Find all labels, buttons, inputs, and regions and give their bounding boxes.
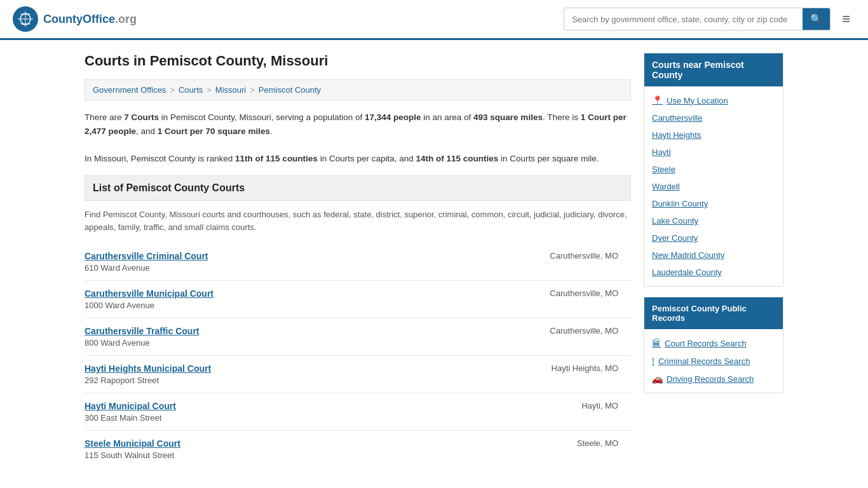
nearby-link[interactable]: Hayti Heights <box>644 126 783 144</box>
court-item: Steele Municipal Court 115 South Walnut … <box>85 431 631 468</box>
public-records-icon: 🚗 <box>652 374 663 384</box>
nearby-courts-body: 📍 Use My Location CaruthersvilleHayti He… <box>644 86 783 286</box>
nearby-link[interactable]: Wardell <box>644 178 783 195</box>
search-bar-container: 🔍 <box>564 8 831 30</box>
court-row: Caruthersville Criminal Court 610 Ward A… <box>85 251 631 273</box>
court-city: Hayti, MO <box>581 401 631 410</box>
nearby-link-label: Wardell <box>652 182 680 191</box>
court-address: 292 Rapoport Street <box>85 376 552 385</box>
nearby-links-list: CaruthersvilleHayti HeightsHaytiSteeleWa… <box>644 109 783 281</box>
court-address: 1000 Ward Avenue <box>85 301 550 310</box>
use-my-location-label: Use My Location <box>667 96 728 105</box>
public-records-title: Pemiscot County Public Records <box>644 297 783 329</box>
breadcrumb-sep-1: > <box>170 85 175 95</box>
public-records-link[interactable]: 🏛 Court Records Search <box>644 334 783 352</box>
per-mile: 1 Court per 70 square miles <box>158 126 270 136</box>
court-item: Hayti Heights Municipal Court 292 Rapopo… <box>85 356 631 393</box>
courts-count: 7 Courts <box>124 112 159 122</box>
area: 493 square miles <box>473 112 543 122</box>
court-name[interactable]: Caruthersville Criminal Court <box>85 251 550 261</box>
court-name[interactable]: Hayti Heights Municipal Court <box>85 363 552 374</box>
menu-button[interactable]: ≡ <box>837 8 855 30</box>
nearby-link[interactable]: Steele <box>644 161 783 178</box>
court-city: Hayti Heights, MO <box>552 363 631 373</box>
breadcrumb-government-offices[interactable]: Government Offices <box>93 85 166 95</box>
main-container: Courts in Pemiscot County, Missouri Gove… <box>72 40 796 480</box>
logo-org: .org <box>115 13 137 25</box>
breadcrumb-courts[interactable]: Courts <box>179 85 203 95</box>
nearby-link-label: Lauderdale County <box>652 268 722 277</box>
public-records-link[interactable]: ! Criminal Records Search <box>644 352 783 370</box>
court-address: 610 Ward Avenue <box>85 263 550 273</box>
court-city: Caruthersville, MO <box>550 251 631 261</box>
court-name[interactable]: Hayti Municipal Court <box>85 401 581 411</box>
use-my-location-link[interactable]: 📍 Use My Location <box>644 92 783 109</box>
court-name[interactable]: Caruthersville Traffic Court <box>85 326 550 336</box>
court-row: Steele Municipal Court 115 South Walnut … <box>85 438 631 460</box>
public-records-link-label: Court Records Search <box>665 339 747 348</box>
breadcrumb-sep-3: > <box>250 85 255 95</box>
population: 17,344 people <box>365 112 421 122</box>
nearby-link[interactable]: Hayti <box>644 144 783 161</box>
court-info: Steele Municipal Court 115 South Walnut … <box>85 438 577 460</box>
court-item: Caruthersville Traffic Court 800 Ward Av… <box>85 318 631 356</box>
description-block: There are 7 Courts in Pemiscot County, M… <box>85 111 631 165</box>
list-sub-description: Find Pemiscot County, Missouri courts an… <box>85 208 631 233</box>
nearby-link[interactable]: Lauderdale County <box>644 264 783 281</box>
court-item: Caruthersville Criminal Court 610 Ward A… <box>85 243 631 281</box>
court-info: Caruthersville Traffic Court 800 Ward Av… <box>85 326 550 348</box>
court-info: Caruthersville Municipal Court 1000 Ward… <box>85 288 550 310</box>
logo-county: CountyOffice <box>43 13 115 25</box>
nearby-courts-section: Courts near Pemiscot County 📍 Use My Loc… <box>644 53 783 287</box>
public-records-icon: 🏛 <box>652 338 661 348</box>
court-address: 300 East Main Street <box>85 413 581 423</box>
content-area: Courts in Pemiscot County, Missouri Gove… <box>85 53 631 468</box>
nearby-link-label: Dunklin County <box>652 199 708 208</box>
page-title: Courts in Pemiscot County, Missouri <box>85 53 631 69</box>
nearby-courts-title: Courts near Pemiscot County <box>644 53 783 86</box>
court-list: Caruthersville Criminal Court 610 Ward A… <box>85 243 631 468</box>
search-button[interactable]: 🔍 <box>803 8 830 30</box>
nearby-link-label: Hayti <box>652 147 671 157</box>
court-info: Hayti Municipal Court 300 East Main Stre… <box>85 401 581 423</box>
logo-text: CountyOffice.org <box>43 13 137 26</box>
court-name[interactable]: Caruthersville Municipal Court <box>85 288 550 299</box>
court-row: Caruthersville Traffic Court 800 Ward Av… <box>85 326 631 348</box>
court-address: 800 Ward Avenue <box>85 338 550 348</box>
nearby-link[interactable]: Dyer County <box>644 229 783 247</box>
nearby-link[interactable]: Dunklin County <box>644 195 783 212</box>
list-section-heading: List of Pemiscot County Courts <box>85 175 631 201</box>
public-records-link-label: Driving Records Search <box>667 374 754 384</box>
nearby-link-label: New Madrid County <box>652 250 724 260</box>
logo-icon <box>13 6 38 32</box>
nearby-link-label: Hayti Heights <box>652 130 701 140</box>
court-city: Steele, MO <box>577 438 631 448</box>
public-records-section: Pemiscot County Public Records 🏛 Court R… <box>644 297 783 393</box>
nearby-link-label: Steele <box>652 165 675 174</box>
breadcrumb-pemiscot[interactable]: Pemiscot County <box>259 85 321 95</box>
nearby-link[interactable]: Lake County <box>644 212 783 229</box>
logo-area: CountyOffice.org <box>13 6 137 32</box>
court-info: Caruthersville Criminal Court 610 Ward A… <box>85 251 550 273</box>
public-records-link[interactable]: 🚗 Driving Records Search <box>644 370 783 388</box>
court-city: Caruthersville, MO <box>550 288 631 298</box>
sidebar: Courts near Pemiscot County 📍 Use My Loc… <box>644 53 783 468</box>
rank1: 11th of 115 counties <box>235 154 318 163</box>
nearby-link-label: Caruthersville <box>652 113 702 123</box>
nearby-link-label: Dyer County <box>652 233 698 243</box>
header-right: 🔍 ≡ <box>564 8 855 30</box>
public-records-icon: ! <box>652 356 654 366</box>
court-info: Hayti Heights Municipal Court 292 Rapopo… <box>85 363 552 385</box>
court-row: Hayti Heights Municipal Court 292 Rapopo… <box>85 363 631 385</box>
breadcrumb-missouri[interactable]: Missouri <box>215 85 246 95</box>
court-item: Caruthersville Municipal Court 1000 Ward… <box>85 281 631 318</box>
description-line1: There are 7 Courts in Pemiscot County, M… <box>85 111 631 138</box>
nearby-link[interactable]: Caruthersville <box>644 109 783 126</box>
court-row: Caruthersville Municipal Court 1000 Ward… <box>85 288 631 310</box>
breadcrumb-sep-2: > <box>207 85 212 95</box>
site-header: CountyOffice.org 🔍 ≡ <box>0 0 868 40</box>
public-records-link-label: Criminal Records Search <box>658 356 750 366</box>
court-name[interactable]: Steele Municipal Court <box>85 438 577 449</box>
search-input[interactable] <box>564 10 803 29</box>
nearby-link[interactable]: New Madrid County <box>644 247 783 264</box>
